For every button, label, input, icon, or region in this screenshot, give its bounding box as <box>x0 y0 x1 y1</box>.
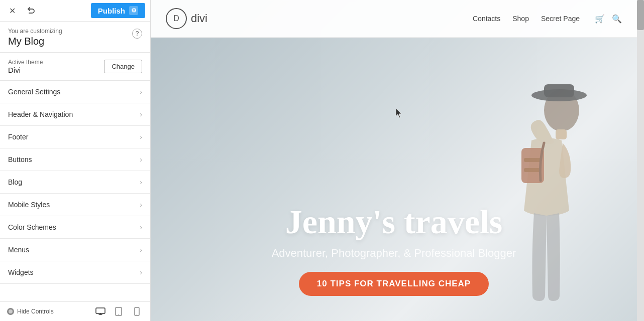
menu-item-mobile-styles[interactable]: Mobile Styles› <box>0 194 150 216</box>
cart-icon[interactable]: 🛒 <box>595 14 605 24</box>
menu-item-label: Widgets <box>8 268 34 276</box>
top-bar: ✕ Publish ⚙ <box>0 0 150 22</box>
chevron-right-icon: › <box>140 110 142 118</box>
site-navigation: Contacts Shop Secret Page 🛒 🔍 <box>473 14 622 24</box>
mobile-view-button[interactable] <box>130 306 143 317</box>
change-theme-button[interactable]: Change <box>104 60 142 73</box>
site-preview: Jenny's travels Adventurer, Photographer… <box>151 0 644 321</box>
hero-section: Jenny's travels Adventurer, Photographer… <box>151 0 637 321</box>
cta-button[interactable]: 10 TIPS FOR TRAVELLING CHEAP <box>299 272 489 296</box>
nav-shop[interactable]: Shop <box>512 15 529 23</box>
menu-item-buttons[interactable]: Buttons› <box>0 148 150 171</box>
menu-item-menus[interactable]: Menus› <box>0 239 150 261</box>
site-header: D divi Contacts Shop Secret Page 🛒 🔍 <box>151 0 637 38</box>
bottom-bar: Hide Controls <box>0 301 150 321</box>
publish-button[interactable]: Publish ⚙ <box>91 3 145 18</box>
hero-content: Jenny's travels Adventurer, Photographer… <box>252 203 536 296</box>
menu-item-color-schemes[interactable]: Color Schemes› <box>0 216 150 239</box>
logo-letter: D <box>173 14 179 23</box>
publish-label: Publish <box>98 7 125 15</box>
menu-item-label: General Settings <box>8 88 60 96</box>
desktop-view-button[interactable] <box>94 306 107 317</box>
chevron-right-icon: › <box>140 155 142 164</box>
theme-info: Active theme Divi <box>8 59 43 74</box>
menu-item-label: Buttons <box>8 155 32 164</box>
tablet-view-button[interactable] <box>112 306 125 317</box>
logo-icon: D <box>166 8 187 29</box>
nav-contacts[interactable]: Contacts <box>473 15 500 23</box>
nav-secret-page[interactable]: Secret Page <box>541 15 580 23</box>
svg-rect-12 <box>524 168 542 172</box>
menu-item-label: Blog <box>8 178 22 186</box>
theme-section: Active theme Divi Change <box>0 53 150 81</box>
publish-gear-icon[interactable]: ⚙ <box>129 6 138 15</box>
customizing-info: You are customizing My Blog <box>8 28 62 47</box>
hide-controls-icon <box>7 308 14 315</box>
menu-item-widgets[interactable]: Widgets› <box>0 261 150 284</box>
svg-point-0 <box>9 309 13 313</box>
help-icon[interactable]: ? <box>132 29 142 39</box>
hide-controls-label: Hide Controls <box>17 308 54 315</box>
logo-text: divi <box>191 12 207 25</box>
undo-redo-button[interactable] <box>23 4 40 18</box>
menu-item-footer[interactable]: Footer› <box>0 126 150 148</box>
menu-item-label: Menus <box>8 246 29 254</box>
svg-rect-11 <box>524 158 542 162</box>
customizer-menu-list: General Settings›Header & Navigation›Foo… <box>0 81 150 301</box>
site-logo[interactable]: D divi <box>166 8 207 29</box>
chevron-right-icon: › <box>140 201 142 209</box>
svg-point-3 <box>118 314 119 315</box>
customizer-panel: ✕ Publish ⚙ You are customizing My Blog … <box>0 0 151 321</box>
active-theme-label: Active theme <box>8 59 43 66</box>
theme-name: Divi <box>8 66 43 74</box>
customizing-section: You are customizing My Blog ? <box>0 22 150 53</box>
hide-controls-button[interactable]: Hide Controls <box>7 308 54 315</box>
menu-item-label: Color Schemes <box>8 223 56 231</box>
blog-title: My Blog <box>8 36 62 47</box>
menu-item-label: Mobile Styles <box>8 201 50 209</box>
nav-icons: 🛒 🔍 <box>595 14 622 24</box>
svg-rect-9 <box>556 129 567 139</box>
hero-subtitle: Adventurer, Photographer, & Professional… <box>272 247 516 260</box>
svg-point-5 <box>136 314 137 314</box>
customizing-label: You are customizing <box>8 28 62 35</box>
menu-item-header-navigation[interactable]: Header & Navigation› <box>0 103 150 126</box>
chevron-right-icon: › <box>140 133 142 141</box>
close-button[interactable]: ✕ <box>5 4 19 18</box>
search-icon[interactable]: 🔍 <box>612 14 622 24</box>
hero-title: Jenny's travels <box>272 203 516 241</box>
menu-item-label: Header & Navigation <box>8 110 73 118</box>
chevron-right-icon: › <box>140 246 142 254</box>
svg-rect-8 <box>544 84 574 97</box>
menu-item-blog[interactable]: Blog› <box>0 171 150 194</box>
menu-item-general-settings[interactable]: General Settings› <box>0 81 150 103</box>
scrollbar-thumb[interactable] <box>637 0 644 30</box>
chevron-right-icon: › <box>140 223 142 231</box>
menu-item-label: Footer <box>8 133 28 141</box>
chevron-right-icon: › <box>140 268 142 276</box>
chevron-right-icon: › <box>140 178 142 186</box>
scrollbar[interactable] <box>637 0 644 321</box>
svg-rect-1 <box>96 308 105 313</box>
chevron-right-icon: › <box>140 88 142 96</box>
